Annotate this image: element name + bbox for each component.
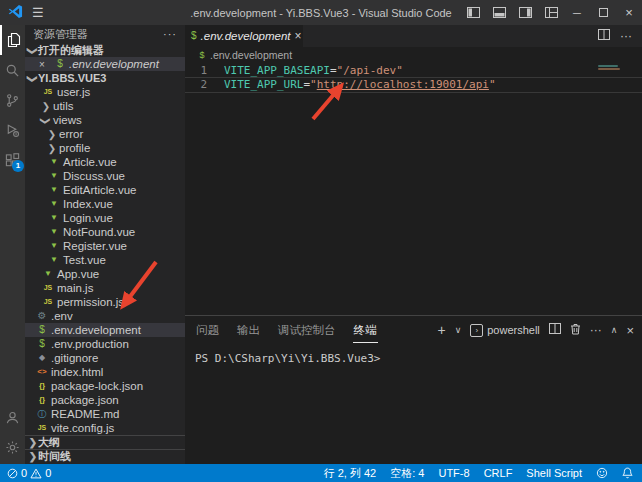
kill-terminal-icon[interactable] — [570, 323, 581, 338]
open-editors-header[interactable]: ❯ 打开的编辑器 — [25, 43, 185, 57]
close-button[interactable]: × — [616, 0, 642, 25]
account-icon[interactable] — [0, 402, 25, 432]
timeline-section[interactable]: ❯ 时间线 — [25, 449, 185, 463]
shell-selector[interactable]: › powershell — [470, 324, 540, 337]
warnings-indicator[interactable]: 0 — [30, 467, 51, 479]
chevron-right-icon: ❯ — [41, 101, 51, 112]
tree-item-label: views — [53, 114, 82, 126]
tree-item[interactable]: ❯error — [25, 127, 185, 141]
toggle-secondary-sidebar-icon[interactable] — [512, 0, 538, 25]
tree-item[interactable]: JSpermission.js — [25, 295, 185, 309]
tree-item[interactable]: ▼EditArticle.vue — [25, 183, 185, 197]
chevron-down-icon: ❯ — [40, 116, 51, 126]
maximize-panel-icon[interactable]: ∧ — [611, 325, 618, 335]
feedback-smiley-icon[interactable] — [596, 467, 608, 479]
js-file-icon: JS — [41, 281, 55, 295]
eol-sequence[interactable]: CRLF — [484, 467, 513, 479]
project-root-header[interactable]: ❯ YI.BBS.VUE3 — [25, 71, 185, 85]
tree-item[interactable]: ◆.gitignore — [25, 351, 185, 365]
tree-item-label: .env — [51, 310, 73, 322]
tree-item-label: profile — [59, 142, 90, 154]
tree-item[interactable]: ▼Test.vue — [25, 253, 185, 267]
cursor-position[interactable]: 行 2, 列 42 — [324, 466, 377, 481]
panel-tab-terminal-active[interactable]: 终端 — [353, 318, 378, 343]
tree-item[interactable]: <>index.html — [25, 365, 185, 379]
close-icon[interactable]: × — [39, 59, 53, 70]
url-link[interactable]: http://localhost:19001/api — [317, 78, 489, 91]
tree-item[interactable]: JSmain.js — [25, 281, 185, 295]
tree-item[interactable]: JSvite.config.js — [25, 421, 185, 435]
code-editor[interactable]: 1 VITE_APP_BASEAPI="/api-dev" 2 VITE_APP… — [185, 63, 642, 315]
chevron-right-icon: ❯ — [28, 437, 38, 448]
errors-indicator[interactable]: 0 — [7, 467, 27, 479]
vue-file-icon: ▼ — [47, 169, 61, 183]
tree-item[interactable]: ⓘREADME.md — [25, 407, 185, 421]
tree-item[interactable]: {}package.json — [25, 393, 185, 407]
tab-close-icon[interactable]: × — [295, 29, 302, 43]
close-panel-icon[interactable]: × — [626, 323, 634, 338]
toggle-sidebar-icon[interactable] — [460, 0, 486, 25]
customize-layout-icon[interactable] — [538, 0, 564, 25]
vue-file-icon: ▼ — [47, 183, 61, 197]
tree-item[interactable]: ▼Login.vue — [25, 211, 185, 225]
split-editor-icon[interactable] — [598, 29, 610, 43]
tree-item-label: error — [59, 128, 83, 140]
breadcrumb[interactable]: $ .env.development — [185, 47, 642, 63]
tree-item[interactable]: $.env.development — [25, 323, 185, 337]
chevron-right-icon: ❯ — [47, 129, 57, 140]
tree-item[interactable]: {}package-lock.json — [25, 379, 185, 393]
split-terminal-icon[interactable] — [549, 323, 561, 337]
panel-tab-item[interactable]: 问题 — [195, 318, 220, 342]
extensions-icon[interactable]: 1 — [0, 145, 25, 175]
menu-icon[interactable]: ☰ — [32, 6, 44, 19]
tree-item-label: NotFound.vue — [63, 226, 135, 238]
maximize-button[interactable] — [590, 0, 616, 25]
tree-item[interactable]: ▼NotFound.vue — [25, 225, 185, 239]
tree-item[interactable]: $.env.production — [25, 337, 185, 351]
tree-item[interactable]: ▼Index.vue — [25, 197, 185, 211]
outline-section[interactable]: ❯ 大纲 — [25, 435, 185, 449]
tree-item[interactable]: ❯utils — [25, 99, 185, 113]
tree-item[interactable]: ▼App.vue — [25, 267, 185, 281]
language-mode[interactable]: Shell Script — [526, 467, 582, 479]
tab-env-development[interactable]: $ .env.development × — [185, 25, 303, 47]
new-terminal-icon[interactable]: + — [437, 322, 445, 338]
tree-item[interactable]: ▼Discuss.vue — [25, 169, 185, 183]
panel-more-actions-icon[interactable]: ··· — [590, 323, 602, 337]
editor-more-actions-icon[interactable]: ··· — [620, 29, 632, 43]
json-file-icon: {} — [35, 379, 49, 393]
search-icon[interactable] — [0, 55, 25, 85]
explorer-more-actions-icon[interactable]: ··· — [163, 28, 177, 40]
tree-item[interactable]: JSuser.js — [25, 85, 185, 99]
vscode-logo-icon — [8, 4, 23, 22]
panel-tab-item[interactable]: 输出 — [236, 318, 261, 342]
tree-item[interactable]: ▼Register.vue — [25, 239, 185, 253]
tree-item[interactable]: ▼Article.vue — [25, 155, 185, 169]
explorer-icon[interactable] — [0, 25, 25, 55]
encoding[interactable]: UTF-8 — [438, 467, 469, 479]
minimap[interactable] — [598, 65, 620, 71]
indentation[interactable]: 空格: 4 — [390, 466, 424, 481]
minimize-button[interactable]: ─ — [564, 0, 590, 25]
code-line-2: 2 VITE_APP_URL="http://localhost:19001/a… — [185, 78, 642, 92]
open-editor-item[interactable]: × $ .env.development — [25, 57, 185, 71]
run-debug-icon[interactable] — [0, 115, 25, 145]
tree-item-label: main.js — [57, 282, 93, 294]
vue-file-icon: ▼ — [41, 267, 55, 281]
tree-item-label: Article.vue — [63, 156, 117, 168]
tree-item[interactable]: ⚙.env — [25, 309, 185, 323]
source-control-icon[interactable] — [0, 85, 25, 115]
shell-file-icon: $ — [35, 337, 49, 351]
panel-tab-item[interactable]: 调试控制台 — [277, 318, 337, 342]
vscode-window: ☰ .env.development - Yi.BBS.Vue3 - Visua… — [0, 0, 642, 482]
terminal-dropdown-icon[interactable]: ∨ — [455, 325, 462, 335]
git-file-icon: ◆ — [35, 351, 49, 365]
tree-item[interactable]: ❯views — [25, 113, 185, 127]
title-bar: ☰ .env.development - Yi.BBS.Vue3 - Visua… — [0, 0, 642, 25]
tree-item[interactable]: ❯profile — [25, 141, 185, 155]
notifications-bell-icon[interactable] — [622, 467, 633, 479]
settings-gear-icon[interactable] — [0, 432, 25, 462]
toggle-panel-icon[interactable] — [486, 0, 512, 25]
vue-file-icon: ▼ — [47, 225, 61, 239]
terminal-output[interactable]: PS D:\CSharp\Yi\Yi.BBS.Vue3> — [185, 344, 642, 365]
